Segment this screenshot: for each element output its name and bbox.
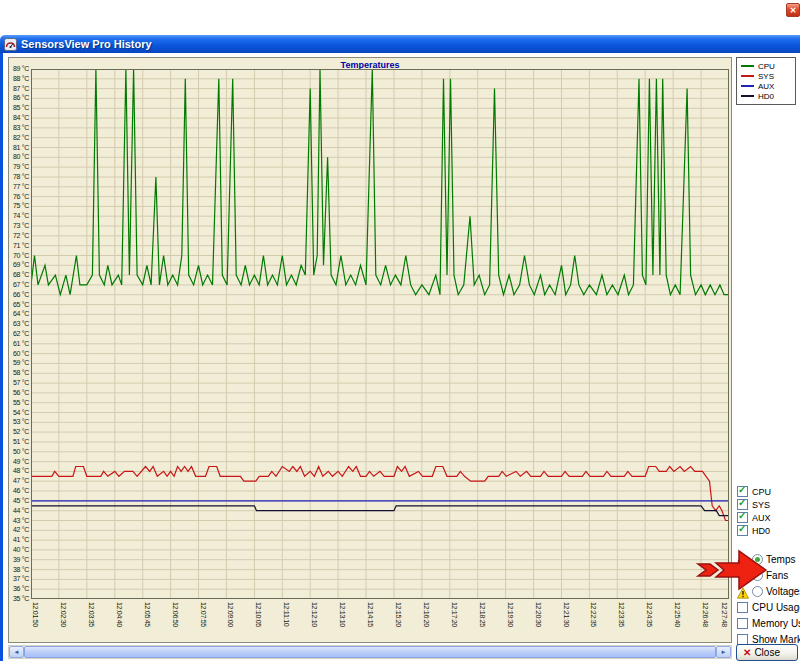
y-tick-label: 59 °C bbox=[9, 359, 29, 367]
checkmark-icon: ✓ bbox=[738, 523, 746, 534]
x-tick-label: 12:09:00 bbox=[227, 602, 234, 643]
y-tick-label: 71 °C bbox=[9, 242, 29, 250]
y-tick-label: 53 °C bbox=[9, 418, 29, 426]
y-tick-label: 38 °C bbox=[9, 566, 29, 574]
category-label: Voltages bbox=[766, 586, 800, 597]
x-tick-label: 12:12:10 bbox=[311, 602, 318, 643]
option-label: Memory Usage bbox=[752, 618, 800, 629]
y-tick-label: 62 °C bbox=[9, 330, 29, 338]
legend-item-label: SYS bbox=[758, 72, 774, 81]
y-tick-label: 72 °C bbox=[9, 232, 29, 240]
x-tick-label: 12:21:30 bbox=[563, 602, 570, 643]
x-tick-label: 12:25:40 bbox=[674, 602, 681, 643]
y-tick-label: 78 °C bbox=[9, 173, 29, 181]
y-tick-label: 88 °C bbox=[9, 75, 29, 83]
y-tick-label: 45 °C bbox=[9, 497, 29, 505]
x-tick-label: 12:04:40 bbox=[116, 602, 123, 643]
title-bar[interactable]: SensorsView Pro History bbox=[0, 35, 800, 53]
y-tick-label: 46 °C bbox=[9, 487, 29, 495]
checkbox-hd0[interactable]: ✓ bbox=[737, 525, 748, 536]
y-tick-label: 84 °C bbox=[9, 114, 29, 122]
x-tick-label: 12:03:35 bbox=[88, 602, 95, 643]
close-icon: ✕ bbox=[790, 6, 797, 15]
y-tick-label: 60 °C bbox=[9, 350, 29, 358]
close-button-label: Close bbox=[754, 647, 780, 658]
legend-line-swatch bbox=[741, 65, 754, 67]
legend-item-label: AUX bbox=[758, 82, 774, 91]
x-tick-label: 12:07:55 bbox=[200, 602, 207, 643]
scroll-right-button[interactable]: ► bbox=[716, 646, 731, 658]
series-toggle-label: HD0 bbox=[752, 526, 770, 536]
y-tick-label: 55 °C bbox=[9, 399, 29, 407]
x-tick-label: 12:22:35 bbox=[590, 602, 597, 643]
legend-item-cpu: CPU bbox=[741, 61, 791, 71]
x-tick-label: 12:15:20 bbox=[395, 602, 402, 643]
checkbox-sys[interactable]: ✓ bbox=[737, 499, 748, 510]
x-tick-label: 12:10:05 bbox=[255, 602, 262, 643]
legend-line-swatch bbox=[741, 85, 754, 87]
checkbox-cpu-usage[interactable] bbox=[737, 602, 748, 613]
y-tick-label: 82 °C bbox=[9, 134, 29, 142]
series-toggle-label: AUX bbox=[752, 513, 771, 523]
y-tick-label: 66 °C bbox=[9, 291, 29, 299]
checkmark-icon: ✓ bbox=[738, 510, 746, 521]
x-tick-label: 12:06:50 bbox=[172, 602, 179, 643]
option-label: Show Markers bbox=[752, 634, 800, 645]
y-tick-label: 80 °C bbox=[9, 153, 29, 161]
x-tick-label: 12:05:45 bbox=[144, 602, 151, 643]
checkbox-aux[interactable]: ✓ bbox=[737, 512, 748, 523]
checkmark-icon: ✓ bbox=[738, 497, 746, 508]
legend-item-label: HD0 bbox=[758, 92, 774, 101]
y-tick-label: 70 °C bbox=[9, 252, 29, 260]
annotation-arrow bbox=[676, 546, 770, 594]
series-toggle-label: CPU bbox=[752, 487, 771, 497]
series-toggle-label: SYS bbox=[752, 500, 770, 510]
y-tick-label: 48 °C bbox=[9, 467, 29, 475]
scrollbar-thumb[interactable] bbox=[24, 646, 716, 658]
y-tick-label: 69 °C bbox=[9, 261, 29, 269]
window-title: SensorsView Pro History bbox=[21, 38, 152, 50]
y-tick-label: 47 °C bbox=[9, 477, 29, 485]
y-tick-label: 49 °C bbox=[9, 458, 29, 466]
y-tick-label: 42 °C bbox=[9, 526, 29, 534]
y-tick-label: 74 °C bbox=[9, 212, 29, 220]
x-tick-label: 12:14:15 bbox=[367, 602, 374, 643]
checkbox-show-markers[interactable] bbox=[737, 634, 748, 645]
option-row: Memory Usage bbox=[737, 615, 800, 631]
y-tick-label: 44 °C bbox=[9, 507, 29, 515]
y-tick-label: 40 °C bbox=[9, 546, 29, 554]
outer-window-close-button[interactable]: ✕ bbox=[786, 3, 800, 17]
y-tick-label: 39 °C bbox=[9, 556, 29, 564]
scroll-left-icon: ◄ bbox=[14, 649, 20, 655]
y-tick-label: 65 °C bbox=[9, 301, 29, 309]
y-tick-label: 51 °C bbox=[9, 438, 29, 446]
close-button[interactable]: ✕ Close bbox=[736, 644, 798, 661]
x-tick-label: 12:19:30 bbox=[507, 602, 514, 643]
series-toggle-group: ✓CPU✓SYS✓AUX✓HD0 bbox=[737, 485, 800, 537]
legend-item-label: CPU bbox=[758, 62, 775, 71]
category-label: Temps bbox=[766, 554, 795, 565]
legend-item-sys: SYS bbox=[741, 71, 791, 81]
y-tick-label: 57 °C bbox=[9, 379, 29, 387]
x-tick-label: 12:18:25 bbox=[479, 602, 486, 643]
series-toggle-row: ✓SYS bbox=[737, 498, 800, 511]
checkbox-cpu[interactable]: ✓ bbox=[737, 486, 748, 497]
y-tick-label: 37 °C bbox=[9, 575, 29, 583]
chart-panel: Temperatures 89 °C88 °C87 °C86 °C85 °C84… bbox=[8, 57, 732, 643]
y-tick-label: 86 °C bbox=[9, 94, 29, 102]
y-tick-label: 67 °C bbox=[9, 281, 29, 289]
y-tick-label: 79 °C bbox=[9, 163, 29, 171]
scroll-left-button[interactable]: ◄ bbox=[9, 646, 24, 658]
close-x-icon: ✕ bbox=[743, 647, 751, 658]
checkbox-memory-usage[interactable] bbox=[737, 618, 748, 629]
chart-horizontal-scrollbar[interactable]: ◄ ► bbox=[8, 645, 732, 659]
y-tick-label: 81 °C bbox=[9, 144, 29, 152]
plot-area bbox=[31, 69, 729, 599]
legend-item-hd0: HD0 bbox=[741, 91, 791, 101]
series-toggle-row: ✓AUX bbox=[737, 511, 800, 524]
y-tick-label: 64 °C bbox=[9, 310, 29, 318]
y-tick-label: 76 °C bbox=[9, 193, 29, 201]
scroll-right-icon: ► bbox=[721, 649, 727, 655]
y-tick-label: 75 °C bbox=[9, 202, 29, 210]
x-tick-label: 12:11:10 bbox=[283, 602, 290, 643]
